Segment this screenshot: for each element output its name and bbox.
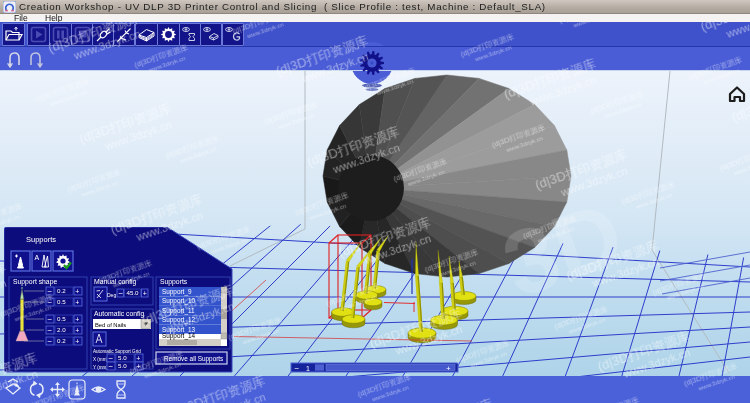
svg-text:−: − <box>48 337 53 346</box>
svg-text:+: + <box>75 327 79 334</box>
svg-text:Remove all Supports: Remove all Supports <box>164 355 223 363</box>
svg-text:Support_12: Support_12 <box>162 316 195 324</box>
svg-text:Y (mm): Y (mm) <box>93 365 108 370</box>
svg-text:Support_14: Support_14 <box>162 332 195 340</box>
svg-text:−: − <box>119 289 124 298</box>
svg-text:0.2: 0.2 <box>57 287 66 294</box>
svg-text:Automatic config: Automatic config <box>94 310 144 318</box>
svg-text:45.0: 45.0 <box>127 289 140 296</box>
svg-text:−: − <box>48 326 53 335</box>
svg-text:−: − <box>48 315 53 324</box>
svg-text:Supports: Supports <box>26 235 56 244</box>
svg-text:X (mm): X (mm) <box>93 357 109 362</box>
svg-text:+: + <box>446 364 451 373</box>
svg-text:+: + <box>143 290 147 297</box>
svg-text:A: A <box>35 254 40 261</box>
svg-text:Manual config: Manual config <box>94 278 137 286</box>
svg-text:−: − <box>48 298 53 307</box>
svg-text:−: − <box>295 364 300 373</box>
svg-text:0.5: 0.5 <box>57 315 66 322</box>
svg-text:+: + <box>75 299 79 306</box>
svg-text:Support shape: Support shape <box>13 278 57 286</box>
svg-text:5.0: 5.0 <box>118 354 127 361</box>
svg-text:0.5: 0.5 <box>57 298 66 305</box>
svg-text:+: + <box>75 316 79 323</box>
svg-text:Bed of Nails: Bed of Nails <box>95 322 126 328</box>
svg-text:+: + <box>75 288 79 295</box>
svg-text:−: − <box>48 287 53 296</box>
svg-text:Automatic Support Grid: Automatic Support Grid <box>93 349 141 354</box>
svg-text:Support_9: Support_9 <box>162 288 192 296</box>
svg-text:Deg: Deg <box>107 292 116 298</box>
svg-text:2.0: 2.0 <box>57 326 66 333</box>
svg-text:+: + <box>136 355 140 362</box>
svg-text:Supports: Supports <box>160 278 188 286</box>
svg-text:+: + <box>75 338 79 345</box>
svg-text:5.0: 5.0 <box>118 362 127 369</box>
svg-text:−: − <box>109 362 114 371</box>
svg-text:1: 1 <box>306 365 310 372</box>
svg-text:Support_10: Support_10 <box>162 297 195 305</box>
svg-text:0.2: 0.2 <box>57 337 66 344</box>
svg-text:+: + <box>136 363 140 370</box>
svg-text:Support_11: Support_11 <box>162 307 195 315</box>
